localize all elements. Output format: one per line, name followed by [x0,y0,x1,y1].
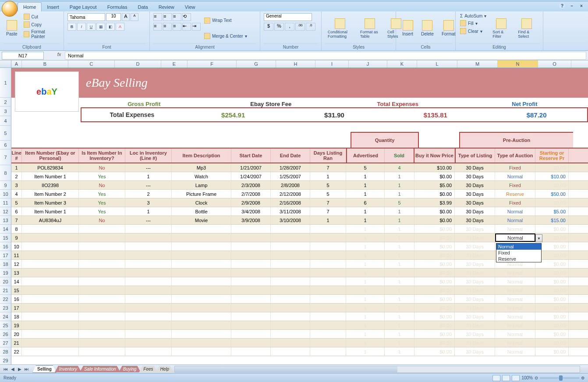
col-header[interactable]: E [161,60,188,67]
tab-insert[interactable]: Insert [42,3,64,11]
increase-decimal-button[interactable]: .00 [295,23,305,31]
row-header[interactable]: 20 [0,277,11,286]
row-header[interactable]: 21 [0,286,11,295]
number-format-select[interactable]: General [264,13,312,21]
tab-page-layout[interactable]: Page Layout [64,3,102,11]
first-sheet-button[interactable]: ⏮ [3,366,9,372]
tab-formulas[interactable]: Formulas [102,3,133,11]
table-row[interactable]: 1 POL829834 No --- Mp3 1/21/2007 1/28/20… [11,163,588,172]
row-header[interactable]: 24 [0,312,11,321]
fx-button[interactable]: fx [55,52,63,60]
dropdown-option[interactable]: Fixed [496,250,541,256]
close-icon[interactable]: × [578,3,584,9]
row-header[interactable]: 27 [0,339,11,347]
row-header[interactable]: 9 [0,181,11,190]
row-header[interactable]: 14 [0,225,11,233]
col-header[interactable]: F [188,60,237,67]
decrease-decimal-button[interactable]: .0 [306,23,315,31]
table-row[interactable]: 5 Item Number 3 Yes 3 Clock 2/9/2008 2/1… [11,198,588,207]
col-header[interactable]: A [11,60,22,67]
dropdown-list[interactable]: NormalFixedReserve [496,243,542,262]
merge-center-button[interactable]: Merge & Center ▾ [203,32,248,39]
table-row[interactable]: 14 1 1 $0.00 30 Days Normal $0.00 [11,277,588,286]
align-top-button[interactable]: ≡ [153,13,162,21]
prev-sheet-button[interactable]: ◀ [10,366,16,372]
sheet-tab-help[interactable]: Help [156,366,174,372]
row-header[interactable]: 26 [0,330,11,339]
row-header[interactable]: 22 [0,295,11,304]
row-header[interactable]: 16 [0,242,11,251]
clear-button[interactable]: Clear ▾ [459,28,487,35]
row-header[interactable]: 7 [0,149,11,165]
sheet-tab-inventory[interactable]: Inventory [55,366,81,372]
dropdown-option[interactable]: Normal [496,244,541,250]
help-icon[interactable]: ? [559,3,565,9]
table-row[interactable]: 17 1 1 $0.00 30 Days Normal $0.00 [11,304,588,312]
bold-button[interactable]: B [67,23,76,31]
comma-button[interactable]: , [285,23,294,31]
tab-home[interactable]: Home [18,2,42,11]
name-box[interactable] [2,52,44,60]
zoom-in-button[interactable]: ⊕ [581,375,584,380]
zoom-out-button[interactable]: ⊖ [535,375,538,380]
format-as-table-button[interactable]: Format as Table [358,13,382,43]
last-sheet-button[interactable]: ⏭ [24,366,30,372]
fill-button[interactable]: Fill ▾ [459,20,487,27]
sheet-tab-buying[interactable]: Buying [119,366,141,372]
zoom-slider[interactable] [540,377,579,379]
col-header[interactable]: K [387,60,417,67]
align-left-button[interactable]: ≡ [153,23,162,31]
minimize-icon[interactable]: – [569,3,575,9]
font-color-button[interactable]: A [116,23,124,31]
border-button[interactable]: ▦ [96,23,105,31]
table-row[interactable]: 9 1 1 $0.00 30 Days Normal ▼ NormalFixed… [11,233,588,242]
underline-button[interactable]: U [87,23,96,31]
row-header[interactable]: 5 [0,126,11,141]
table-row[interactable]: 20 1 1 $0.00 30 Days Normal $0.00 [11,330,588,339]
table-row[interactable]: 3 IIO2398 No --- Lamp 2/3/2008 2/8/2008 … [11,181,588,190]
copy-button[interactable]: Copy [23,21,60,28]
col-header[interactable]: L [417,60,457,67]
col-header[interactable]: I [315,60,349,67]
font-name-select[interactable]: Tahoma [67,13,105,21]
table-row[interactable]: 2 Item Number 1 Yes 1 Watch 1/24/2007 1/… [11,172,588,181]
table-row[interactable]: 18 1 1 $0.00 30 Days Normal $0.00 [11,312,588,321]
row-header[interactable]: 28 [0,347,11,356]
table-row[interactable]: 22 1 1 $0.00 30 Days Normal $0.00 [11,347,588,356]
grow-font-button[interactable]: A [122,13,130,21]
row-header[interactable]: 3 [0,106,11,116]
tab-view[interactable]: View [180,3,201,11]
find-select-button[interactable]: Find & Select [515,13,538,43]
sheet-tab-fees[interactable]: Fees [139,366,157,372]
table-row[interactable]: 7 AU8384uJ No --- Movie 3/9/2008 3/10/20… [11,216,588,225]
next-sheet-button[interactable]: ▶ [17,366,23,372]
tab-review[interactable]: Review [153,3,180,11]
page-break-view-button[interactable] [512,375,520,381]
orientation-button[interactable]: ⟲ [182,13,191,21]
row-header[interactable]: 23 [0,304,11,312]
tab-data[interactable]: Data [132,3,153,11]
shrink-font-button[interactable]: A [131,13,138,21]
normal-view-button[interactable] [492,375,500,381]
row-header[interactable]: 17 [0,251,11,260]
col-header[interactable]: J [349,60,387,67]
dropdown-option[interactable]: Reserve [496,256,541,262]
cut-button[interactable]: Cut [23,13,60,20]
increase-indent-button[interactable]: ⇥ [192,23,201,31]
fill-color-button[interactable]: ◧ [106,23,115,31]
autosum-button[interactable]: Σ AutoSum ▾ [459,13,487,19]
row-header[interactable]: 11 [0,198,11,207]
percent-button[interactable]: % [274,23,284,31]
row-header[interactable]: 12 [0,207,11,216]
formula-input[interactable] [65,52,586,60]
decrease-indent-button[interactable]: ⇤ [182,23,191,31]
sheet-tab-selling[interactable]: Selling [32,365,57,373]
format-painter-button[interactable]: Format Painter [23,29,60,39]
table-row[interactable]: 21 1 1 $0.00 30 Days Normal $0.00 [11,339,588,347]
table-row[interactable]: 6 Item Number 1 Yes 1 Bottle 3/4/2008 3/… [11,207,588,216]
paste-button[interactable]: Paste [4,13,20,43]
table-row[interactable]: 15 1 1 $0.00 30 Days Normal $0.00 [11,286,588,295]
table-row[interactable]: 16 1 1 $0.00 30 Days Normal $0.00 [11,295,588,304]
col-header[interactable]: H [276,60,315,67]
table-row[interactable]: 4 Item Number 2 Yes 2 Picture Frame 2/7/… [11,190,588,198]
